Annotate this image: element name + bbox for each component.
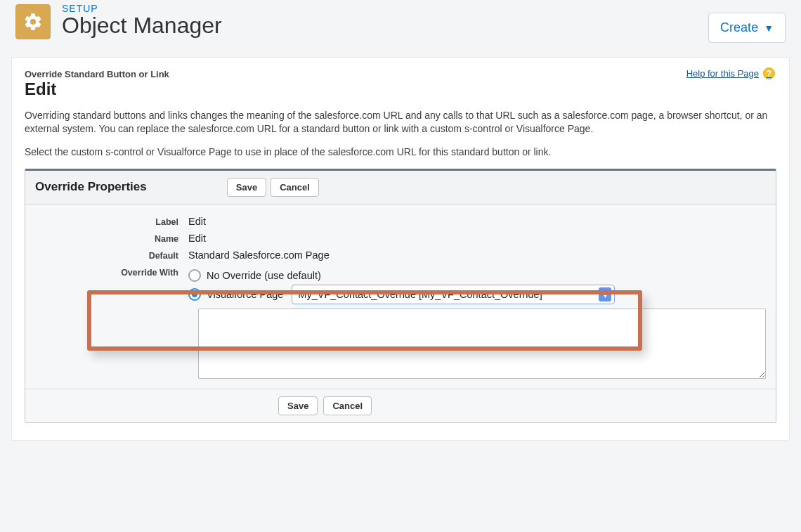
field-row-override-with: Override With No Override (use default) …	[25, 262, 776, 309]
intro-paragraph-2: Select the custom s-control or Visualfor…	[25, 145, 776, 159]
override-properties-panel: Override Properties Save Cancel Label Ed…	[25, 169, 776, 423]
label-label: Label	[25, 216, 188, 227]
field-row-default: Default Standard Salesforce.com Page	[25, 245, 776, 262]
visualforce-page-select[interactable]: My_VF_Contact_Override [My_VF_Contact_Ov…	[292, 285, 615, 304]
help-icon: ?	[763, 67, 775, 79]
radio-no-override[interactable]	[188, 269, 201, 282]
comment-textarea[interactable]	[198, 309, 766, 379]
radio-visualforce-label: Visualforce Page	[207, 289, 283, 300]
radio-visualforce[interactable]	[188, 288, 201, 301]
page-header: SETUP Object Manager Create ▼	[0, 0, 801, 50]
override-with-value: No Override (use default) Visualforce Pa…	[188, 266, 615, 307]
card-title: Edit	[25, 79, 776, 99]
default-label: Default	[25, 249, 188, 261]
help-for-this-page-link[interactable]: Help for this Page ?	[686, 67, 775, 79]
comment-row	[25, 309, 776, 389]
save-button-bottom[interactable]: Save	[278, 396, 318, 415]
cancel-button-bottom[interactable]: Cancel	[323, 396, 372, 415]
content-card: Help for this Page ? Override Standard B…	[11, 57, 790, 441]
header-left: SETUP Object Manager	[15, 3, 222, 39]
card-supertitle: Override Standard Button or Link	[25, 69, 776, 79]
override-with-label: Override With	[25, 266, 188, 278]
radio-no-override-label: No Override (use default)	[207, 270, 321, 281]
default-value: Standard Salesforce.com Page	[188, 249, 330, 261]
gear-icon	[15, 4, 51, 39]
chevron-down-icon: ▼	[764, 22, 774, 34]
gear-icon-svg	[23, 12, 43, 32]
header-titles: SETUP Object Manager	[62, 3, 222, 39]
help-link-label: Help for this Page	[686, 68, 759, 79]
panel-header: Override Properties Save Cancel	[25, 171, 776, 205]
intro-paragraph-1: Overriding standard buttons and links ch…	[25, 109, 776, 136]
radio-row-no-override[interactable]: No Override (use default)	[188, 269, 615, 282]
visualforce-page-selected: My_VF_Contact_Override [My_VF_Contact_Ov…	[298, 289, 542, 300]
name-label: Name	[25, 233, 188, 244]
panel-body: Label Edit Name Edit Default Standard Sa…	[25, 205, 776, 389]
label-value: Edit	[188, 216, 206, 227]
create-button[interactable]: Create ▼	[708, 13, 786, 43]
panel-title: Override Properties	[35, 180, 147, 194]
name-value: Edit	[188, 233, 206, 244]
save-button-top[interactable]: Save	[227, 178, 266, 197]
field-row-name: Name Edit	[25, 228, 776, 245]
field-row-label: Label Edit	[25, 212, 776, 228]
select-arrows-icon: ▲▼	[599, 287, 611, 301]
radio-row-visualforce[interactable]: Visualforce Page My_VF_Contact_Override …	[188, 285, 615, 304]
cancel-button-top[interactable]: Cancel	[271, 178, 319, 197]
panel-footer: Save Cancel	[25, 389, 776, 422]
create-button-label: Create	[720, 20, 758, 35]
object-manager-title: Object Manager	[62, 13, 222, 39]
